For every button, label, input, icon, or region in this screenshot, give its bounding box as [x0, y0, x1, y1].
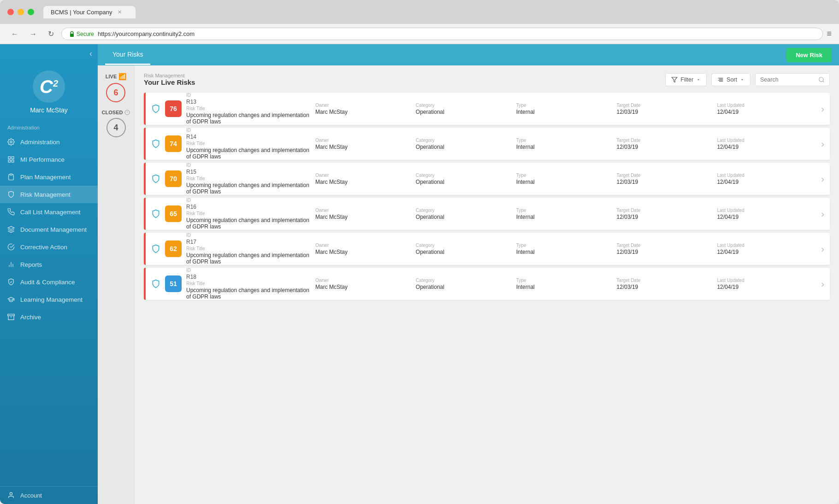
type-value: Internal	[516, 179, 617, 185]
risk-row-icons: 70	[151, 170, 182, 187]
content-area: LIVE 📶 6 CLOSED 4	[98, 65, 839, 504]
risk-title-label: Risk Title	[186, 176, 315, 181]
sidebar-item-learning-management[interactable]: Learning Management	[0, 291, 98, 308]
sidebar-label-administration: Administration	[20, 139, 60, 146]
id-label: ID	[186, 163, 315, 168]
risk-last-updated-block: Last Updated 12/04/19	[717, 138, 817, 150]
sidebar-item-administration[interactable]: Administration	[0, 133, 98, 151]
sidebar-item-account[interactable]: Account	[0, 486, 98, 504]
svg-rect-11	[8, 314, 15, 316]
owner-label: Owner	[315, 243, 416, 248]
tab-label: Your Risks	[105, 45, 150, 65]
risk-id-value: R18	[186, 274, 315, 280]
risk-row-icons: 65	[151, 205, 182, 222]
risk-row-icons: 62	[151, 240, 182, 257]
score-badge: 70	[165, 170, 182, 187]
search-box[interactable]	[755, 73, 830, 86]
score-badge: 65	[165, 205, 182, 222]
lock-icon	[69, 31, 75, 37]
sidebar-item-risk-management[interactable]: Risk Management	[0, 186, 98, 203]
risk-row-content: ID R14 Risk Title Upcoming regulation ch…	[182, 128, 817, 160]
tab-close-btn[interactable]: ✕	[118, 9, 122, 15]
owner-label: Owner	[315, 208, 416, 213]
score-badge: 74	[165, 135, 182, 152]
browser-menu-icon[interactable]: ≡	[827, 29, 832, 39]
risk-row[interactable]: 76 ID R13 Risk Title Upcoming regulation…	[144, 93, 830, 125]
new-risk-button[interactable]: New Risk	[786, 48, 832, 62]
risk-id-value: R17	[186, 239, 315, 245]
logo-sup: 2	[53, 78, 58, 88]
target-date-value: 12/03/19	[617, 284, 717, 290]
sidebar-username: Marc McStay	[30, 106, 68, 114]
sidebar-collapse-btn[interactable]: ‹	[89, 49, 92, 59]
shield-nav-icon	[7, 191, 15, 198]
sort-button[interactable]: Sort	[711, 73, 750, 86]
type-label: Type	[516, 138, 617, 143]
risk-last-updated-block: Last Updated 12/04/19	[717, 103, 817, 115]
browser-tab[interactable]: BCMS | Your Company ✕	[43, 6, 136, 18]
type-label: Type	[516, 173, 617, 178]
owner-label: Owner	[315, 173, 416, 178]
risk-last-updated-block: Last Updated 12/04/19	[717, 173, 817, 185]
category-label: Category	[416, 103, 516, 108]
risk-row[interactable]: 70 ID R15 Risk Title Upcoming regulation…	[144, 163, 830, 195]
category-value: Operational	[416, 249, 516, 255]
sidebar-label-reports: Reports	[20, 261, 42, 268]
category-value: Operational	[416, 214, 516, 220]
shield-row-icon	[151, 209, 160, 218]
risk-owner-block: Owner Marc McStay	[315, 278, 416, 290]
risk-target-date-block: Target Date 12/03/19	[617, 138, 717, 150]
back-button[interactable]: ←	[7, 28, 22, 40]
maximize-button[interactable]	[28, 9, 34, 15]
close-button[interactable]	[7, 9, 14, 15]
type-value: Internal	[516, 214, 617, 220]
risk-row[interactable]: 65 ID R16 Risk Title Upcoming regulation…	[144, 198, 830, 230]
minimize-button[interactable]	[18, 9, 24, 15]
svg-rect-4	[8, 160, 11, 162]
closed-count-circle[interactable]: 4	[106, 118, 126, 137]
sidebar-item-document-management[interactable]: Document Management	[0, 221, 98, 238]
risk-target-date-block: Target Date 12/03/19	[617, 208, 717, 220]
sidebar-item-reports[interactable]: Reports	[0, 256, 98, 273]
filter-icon	[671, 76, 678, 83]
filter-chevron-icon	[696, 77, 701, 82]
risk-type-block: Type Internal	[516, 208, 617, 220]
sort-chevron-icon	[740, 77, 744, 82]
graduation-icon	[7, 296, 15, 303]
sidebar-item-corrective-action[interactable]: Corrective Action	[0, 238, 98, 256]
live-count-circle[interactable]: 6	[106, 83, 125, 102]
risk-target-date-block: Target Date 12/03/19	[617, 243, 717, 255]
risk-row[interactable]: 62 ID R17 Risk Title Upcoming regulation…	[144, 233, 830, 265]
forward-button[interactable]: →	[26, 28, 41, 40]
sidebar-item-mi-performance[interactable]: MI Performance	[0, 151, 98, 168]
risk-title-value: Upcoming regulation changes and implemen…	[186, 147, 315, 160]
shield-row-icon	[151, 244, 160, 253]
target-date-label: Target Date	[617, 103, 717, 108]
owner-label: Owner	[315, 103, 416, 108]
sidebar-item-call-list[interactable]: Call List Management	[0, 203, 98, 221]
filter-button[interactable]: Filter	[665, 73, 707, 86]
last-updated-label: Last Updated	[717, 173, 817, 178]
risk-type-block: Type Internal	[516, 103, 617, 115]
risk-row[interactable]: 51 ID R18 Risk Title Upcoming regulation…	[144, 268, 830, 300]
risk-row[interactable]: 74 ID R14 Risk Title Upcoming regulation…	[144, 128, 830, 160]
risk-category-block: Category Operational	[416, 208, 516, 220]
risk-id-title-block: ID R17 Risk Title Upcoming regulation ch…	[186, 233, 315, 265]
sidebar-item-audit-compliance[interactable]: Audit & Compliance	[0, 273, 98, 291]
risk-row-arrow: ›	[821, 209, 824, 219]
gear-icon	[7, 138, 15, 146]
risk-category-block: Category Operational	[416, 173, 516, 185]
type-value: Internal	[516, 144, 617, 150]
risk-row-content: ID R17 Risk Title Upcoming regulation ch…	[182, 233, 817, 265]
risk-title-value: Upcoming regulation changes and implemen…	[186, 287, 315, 300]
risk-list-title: Your Live Risks	[144, 78, 195, 86]
svg-marker-17	[672, 77, 677, 82]
refresh-button[interactable]: ↻	[44, 28, 58, 40]
search-input[interactable]	[760, 76, 815, 83]
address-bar[interactable]: Secure https://yourcompany.continuity2.c…	[61, 28, 823, 40]
sidebar-item-archive[interactable]: Archive	[0, 308, 98, 326]
sidebar-item-plan-management[interactable]: Plan Management	[0, 168, 98, 186]
sidebar-label-audit-compliance: Audit & Compliance	[20, 279, 75, 286]
score-badge: 76	[165, 100, 182, 117]
target-date-value: 12/03/19	[617, 109, 717, 115]
